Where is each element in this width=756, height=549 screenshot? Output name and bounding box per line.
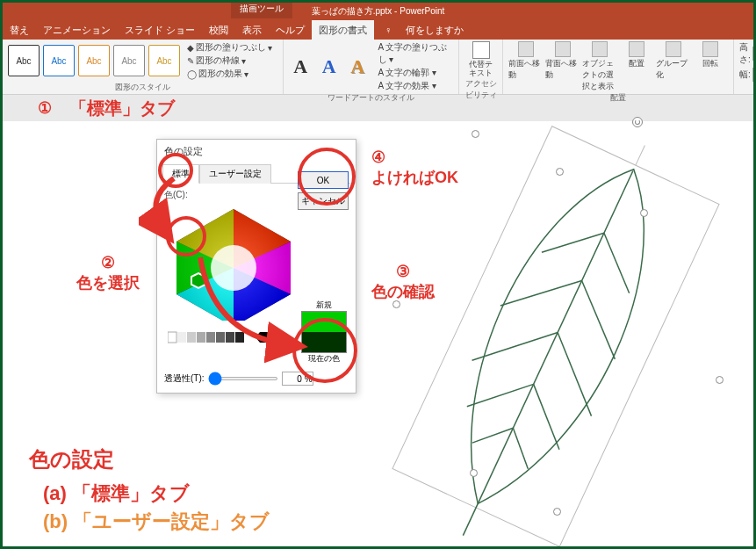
title-bar: 描画ツール 葉っぱの描き方.pptx - PowerPoint	[3, 3, 753, 20]
tab-transitions[interactable]: 替え	[3, 24, 36, 37]
shape-style-4[interactable]: Abc	[113, 45, 145, 76]
svg-rect-16	[226, 332, 234, 343]
svg-rect-12	[187, 332, 196, 343]
shape-style-2[interactable]: Abc	[43, 45, 75, 76]
svg-rect-10	[168, 332, 176, 343]
transparency-slider[interactable]	[208, 377, 278, 380]
gray-scale-row[interactable]	[168, 329, 299, 345]
leaf-shape[interactable]	[380, 121, 740, 543]
svg-rect-14	[206, 332, 215, 343]
bottom-line-a: (a) 「標準」タブ	[43, 480, 270, 507]
svg-line-26	[558, 281, 639, 359]
group-size: サイズ	[739, 82, 756, 93]
rotate-handle[interactable]	[632, 117, 643, 127]
shape-style-3[interactable]: Abc	[78, 45, 110, 76]
handle-w[interactable]	[392, 300, 400, 308]
send-backward[interactable]: 背面へ移動	[545, 41, 580, 92]
shape-outline[interactable]: ✎ 図形の枠線 ▾	[187, 54, 272, 67]
annotation-2: ② 色を選択	[76, 253, 140, 293]
selection-pane[interactable]: オブジェクトの選択と表示	[582, 41, 617, 92]
anno-2-text: 色を選択	[76, 272, 140, 293]
group-arrange: 配置	[508, 92, 728, 104]
height-label: 高さ:	[739, 41, 751, 66]
transparency-label: 透過性(T):	[164, 372, 205, 385]
group-wordart: ワードアートのスタイル	[289, 92, 453, 104]
tab-view[interactable]: 表示	[235, 24, 269, 37]
tab-shape-format[interactable]: 図形の書式	[312, 20, 374, 40]
text-fill[interactable]: A 文字の塗りつぶし ▾	[378, 41, 453, 66]
dialog-tab-custom[interactable]: ユーザー設定	[199, 164, 271, 184]
svg-point-8	[211, 245, 256, 291]
tab-help[interactable]: ヘルプ	[269, 24, 312, 37]
handle-ne[interactable]	[640, 209, 648, 217]
bring-forward[interactable]: 前面へ移動	[508, 41, 544, 92]
anno-1-text: 「標準」タブ	[69, 97, 175, 120]
mark-circle-3	[292, 318, 357, 383]
svg-rect-17	[235, 332, 244, 343]
handle-nw[interactable]	[472, 130, 479, 138]
group-shape-styles: 図形のスタイル	[8, 82, 277, 93]
svg-line-30	[513, 384, 580, 449]
svg-line-31	[467, 363, 534, 428]
tab-review[interactable]: 校閲	[202, 24, 235, 37]
bottom-text-block: 色の設定 (a) 「標準」タブ (b) 「ユーザー設定」タブ	[29, 445, 270, 537]
svg-line-32	[500, 428, 542, 469]
svg-line-22	[636, 145, 645, 165]
shape-style-5[interactable]: Abc	[148, 45, 180, 76]
svg-marker-9	[191, 273, 205, 288]
svg-marker-18	[256, 332, 273, 343]
group[interactable]: グループ化	[656, 41, 691, 92]
handle-s[interactable]	[553, 508, 561, 516]
svg-rect-15	[216, 332, 225, 343]
new-label: 新規	[301, 300, 347, 311]
align[interactable]: 配置	[619, 41, 654, 92]
text-outline[interactable]: A 文字の輪郭 ▾	[378, 67, 453, 79]
alt-text-label[interactable]: 代替テキスト	[468, 61, 493, 78]
tab-slideshow[interactable]: スライド ショー	[118, 24, 202, 37]
wordart-2[interactable]: A	[318, 51, 342, 83]
mark-circle-4	[298, 148, 356, 206]
svg-rect-13	[197, 332, 205, 343]
width-label: 幅:	[739, 69, 751, 81]
ribbon: Abc Abc Abc Abc Abc ◆ 図形の塗りつぶし ▾ ✎ 図形の枠線…	[3, 40, 753, 95]
handle-n[interactable]	[556, 168, 564, 176]
svg-line-29	[472, 305, 558, 388]
alt-text-icon[interactable]	[472, 41, 490, 59]
shape-effects[interactable]: ◯ 図形の効果 ▾	[187, 68, 272, 80]
handle-e[interactable]	[716, 376, 724, 384]
wordart-3[interactable]: A	[346, 51, 370, 83]
handle-sw[interactable]	[470, 469, 478, 477]
mark-circle-2	[166, 216, 206, 256]
svg-line-25	[542, 213, 604, 273]
svg-rect-11	[177, 332, 186, 343]
svg-line-33	[472, 415, 514, 456]
ribbon-tabs: 替え アニメーション スライド ショー 校閲 表示 ヘルプ 図形の書式 ♀ 何を…	[3, 20, 753, 40]
width-input[interactable]	[752, 68, 756, 82]
slide-canvas: 色の設定 標準 ユーザー設定 OK キャンセル 色(C):	[3, 121, 753, 547]
mark-circle-1	[158, 153, 193, 188]
svg-line-23	[463, 170, 633, 535]
tab-animation[interactable]: アニメーション	[36, 24, 118, 37]
height-input[interactable]	[752, 47, 756, 61]
rotate[interactable]: 回転	[693, 41, 728, 92]
bottom-heading: 色の設定	[29, 445, 270, 473]
document-title: 葉っぱの描き方.pptx - PowerPoint	[312, 5, 445, 18]
svg-line-27	[500, 254, 582, 332]
bottom-line-b: (b) 「ユーザー設定」タブ	[43, 509, 270, 535]
tool-tab-label: 描画ツール	[231, 3, 292, 18]
tell-me-icon[interactable]: ♀	[378, 25, 399, 35]
tell-me-text[interactable]: 何をしますか	[399, 24, 471, 37]
shape-style-1[interactable]: Abc	[8, 45, 40, 76]
anno-2-num: ②	[76, 253, 140, 272]
anno-1-num: ①	[38, 98, 52, 118]
shape-fill[interactable]: ◆ 図形の塗りつぶし ▾	[187, 41, 272, 54]
wordart-1[interactable]: A	[289, 51, 313, 83]
group-accessibility: アクセシビリティ	[464, 78, 497, 101]
text-effects[interactable]: A 文字の効果 ▾	[378, 80, 453, 92]
